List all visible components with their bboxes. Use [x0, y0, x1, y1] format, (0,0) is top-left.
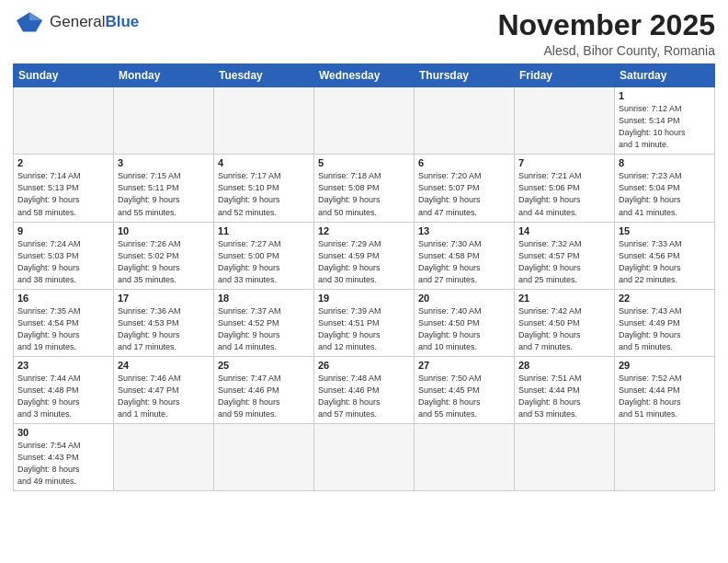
weekday-header-thursday: Thursday — [415, 64, 515, 87]
day-number: 3 — [118, 157, 210, 168]
day-number: 14 — [518, 225, 610, 236]
day-number: 6 — [418, 157, 510, 168]
day-number: 8 — [619, 157, 711, 168]
day-number: 18 — [218, 293, 310, 304]
day-info: Sunrise: 7:33 AM Sunset: 4:56 PM Dayligh… — [619, 238, 711, 286]
day-number: 25 — [218, 360, 310, 371]
day-info: Sunrise: 7:54 AM Sunset: 4:43 PM Dayligh… — [17, 440, 109, 488]
calendar-cell: 7Sunrise: 7:21 AM Sunset: 5:06 PM Daylig… — [515, 155, 615, 222]
day-info: Sunrise: 7:50 AM Sunset: 4:45 PM Dayligh… — [418, 373, 510, 420]
calendar-cell: 12Sunrise: 7:29 AM Sunset: 4:59 PM Dayli… — [314, 222, 415, 289]
day-number: 7 — [518, 157, 610, 168]
day-number: 4 — [218, 157, 310, 168]
calendar-cell — [214, 424, 314, 491]
day-info: Sunrise: 7:30 AM Sunset: 4:58 PM Dayligh… — [418, 238, 510, 286]
day-number: 24 — [118, 360, 210, 371]
day-info: Sunrise: 7:39 AM Sunset: 4:51 PM Dayligh… — [318, 305, 410, 353]
day-info: Sunrise: 7:43 AM Sunset: 4:49 PM Dayligh… — [619, 305, 711, 353]
weekday-header-wednesday: Wednesday — [314, 64, 415, 87]
calendar-cell: 28Sunrise: 7:51 AM Sunset: 4:44 PM Dayli… — [515, 356, 615, 423]
day-number: 22 — [619, 293, 711, 304]
calendar-cell: 17Sunrise: 7:36 AM Sunset: 4:53 PM Dayli… — [114, 289, 214, 356]
title-block: November 2025 Alesd, Bihor County, Roman… — [497, 9, 715, 58]
calendar-cell: 16Sunrise: 7:35 AM Sunset: 4:54 PM Dayli… — [14, 289, 114, 356]
day-info: Sunrise: 7:29 AM Sunset: 4:59 PM Dayligh… — [318, 238, 410, 286]
calendar-cell — [214, 87, 314, 155]
calendar-cell: 4Sunrise: 7:17 AM Sunset: 5:10 PM Daylig… — [214, 155, 314, 222]
calendar-subtitle: Alesd, Bihor County, Romania — [497, 43, 715, 58]
calendar-week-row: 16Sunrise: 7:35 AM Sunset: 4:54 PM Dayli… — [14, 289, 715, 356]
day-info: Sunrise: 7:20 AM Sunset: 5:07 PM Dayligh… — [418, 170, 510, 218]
calendar-cell: 22Sunrise: 7:43 AM Sunset: 4:49 PM Dayli… — [615, 289, 715, 356]
calendar-cell — [515, 87, 615, 155]
calendar-cell — [415, 424, 515, 491]
day-number: 5 — [318, 157, 410, 168]
calendar-cell — [314, 87, 415, 155]
calendar-week-row: 23Sunrise: 7:44 AM Sunset: 4:48 PM Dayli… — [14, 356, 715, 423]
day-number: 12 — [318, 225, 410, 236]
calendar-cell: 23Sunrise: 7:44 AM Sunset: 4:48 PM Dayli… — [14, 356, 114, 423]
calendar-cell: 29Sunrise: 7:52 AM Sunset: 4:44 PM Dayli… — [615, 356, 715, 423]
calendar-week-row: 1Sunrise: 7:12 AM Sunset: 5:14 PM Daylig… — [14, 87, 715, 155]
calendar-cell: 3Sunrise: 7:15 AM Sunset: 5:11 PM Daylig… — [114, 155, 214, 222]
calendar-cell: 2Sunrise: 7:14 AM Sunset: 5:13 PM Daylig… — [14, 155, 114, 222]
weekday-header-monday: Monday — [114, 64, 214, 87]
calendar-week-row: 30Sunrise: 7:54 AM Sunset: 4:43 PM Dayli… — [14, 424, 715, 491]
calendar-cell: 25Sunrise: 7:47 AM Sunset: 4:46 PM Dayli… — [214, 356, 314, 423]
calendar-week-row: 2Sunrise: 7:14 AM Sunset: 5:13 PM Daylig… — [14, 155, 715, 222]
day-info: Sunrise: 7:24 AM Sunset: 5:03 PM Dayligh… — [17, 238, 109, 286]
day-info: Sunrise: 7:18 AM Sunset: 5:08 PM Dayligh… — [318, 170, 410, 218]
day-number: 13 — [418, 225, 510, 236]
calendar-cell — [515, 424, 615, 491]
day-number: 30 — [17, 427, 109, 438]
weekday-header-row: SundayMondayTuesdayWednesdayThursdayFrid… — [14, 64, 715, 87]
logo-text: GeneralBlue — [50, 13, 139, 31]
day-info: Sunrise: 7:36 AM Sunset: 4:53 PM Dayligh… — [118, 305, 210, 353]
day-info: Sunrise: 7:47 AM Sunset: 4:46 PM Dayligh… — [218, 373, 310, 420]
day-number: 28 — [518, 360, 610, 371]
logo: GeneralBlue — [13, 9, 139, 35]
day-info: Sunrise: 7:42 AM Sunset: 4:50 PM Dayligh… — [518, 305, 610, 353]
calendar-cell: 24Sunrise: 7:46 AM Sunset: 4:47 PM Dayli… — [114, 356, 214, 423]
calendar-cell — [114, 424, 214, 491]
calendar-cell — [114, 87, 214, 155]
day-number: 11 — [218, 225, 310, 236]
day-info: Sunrise: 7:44 AM Sunset: 4:48 PM Dayligh… — [17, 373, 109, 420]
day-number: 21 — [518, 293, 610, 304]
day-number: 9 — [17, 225, 109, 236]
calendar-cell: 27Sunrise: 7:50 AM Sunset: 4:45 PM Dayli… — [415, 356, 515, 423]
calendar-week-row: 9Sunrise: 7:24 AM Sunset: 5:03 PM Daylig… — [14, 222, 715, 289]
day-number: 29 — [619, 360, 711, 371]
day-number: 20 — [418, 293, 510, 304]
header: GeneralBlue November 2025 Alesd, Bihor C… — [13, 9, 715, 58]
day-number: 27 — [418, 360, 510, 371]
day-info: Sunrise: 7:17 AM Sunset: 5:10 PM Dayligh… — [218, 170, 310, 218]
day-info: Sunrise: 7:26 AM Sunset: 5:02 PM Dayligh… — [118, 238, 210, 286]
day-number: 2 — [17, 157, 109, 168]
calendar-cell: 14Sunrise: 7:32 AM Sunset: 4:57 PM Dayli… — [515, 222, 615, 289]
calendar-cell: 21Sunrise: 7:42 AM Sunset: 4:50 PM Dayli… — [515, 289, 615, 356]
calendar-table: SundayMondayTuesdayWednesdayThursdayFrid… — [13, 63, 715, 491]
day-number: 23 — [17, 360, 109, 371]
day-info: Sunrise: 7:15 AM Sunset: 5:11 PM Dayligh… — [118, 170, 210, 218]
day-info: Sunrise: 7:48 AM Sunset: 4:46 PM Dayligh… — [318, 373, 410, 420]
day-number: 17 — [118, 293, 210, 304]
day-info: Sunrise: 7:40 AM Sunset: 4:50 PM Dayligh… — [418, 305, 510, 353]
day-info: Sunrise: 7:51 AM Sunset: 4:44 PM Dayligh… — [518, 373, 610, 420]
page: GeneralBlue November 2025 Alesd, Bihor C… — [0, 0, 728, 563]
weekday-header-sunday: Sunday — [14, 64, 114, 87]
calendar-cell: 19Sunrise: 7:39 AM Sunset: 4:51 PM Dayli… — [314, 289, 415, 356]
calendar-cell: 10Sunrise: 7:26 AM Sunset: 5:02 PM Dayli… — [114, 222, 214, 289]
weekday-header-friday: Friday — [515, 64, 615, 87]
day-number: 15 — [619, 225, 711, 236]
day-number: 1 — [619, 90, 711, 101]
calendar-cell — [314, 424, 415, 491]
day-info: Sunrise: 7:12 AM Sunset: 5:14 PM Dayligh… — [619, 103, 711, 151]
calendar-cell: 9Sunrise: 7:24 AM Sunset: 5:03 PM Daylig… — [14, 222, 114, 289]
logo-icon — [13, 9, 46, 35]
day-number: 10 — [118, 225, 210, 236]
calendar-cell — [615, 424, 715, 491]
day-info: Sunrise: 7:23 AM Sunset: 5:04 PM Dayligh… — [619, 170, 711, 218]
day-info: Sunrise: 7:46 AM Sunset: 4:47 PM Dayligh… — [118, 373, 210, 420]
calendar-cell: 30Sunrise: 7:54 AM Sunset: 4:43 PM Dayli… — [14, 424, 114, 491]
